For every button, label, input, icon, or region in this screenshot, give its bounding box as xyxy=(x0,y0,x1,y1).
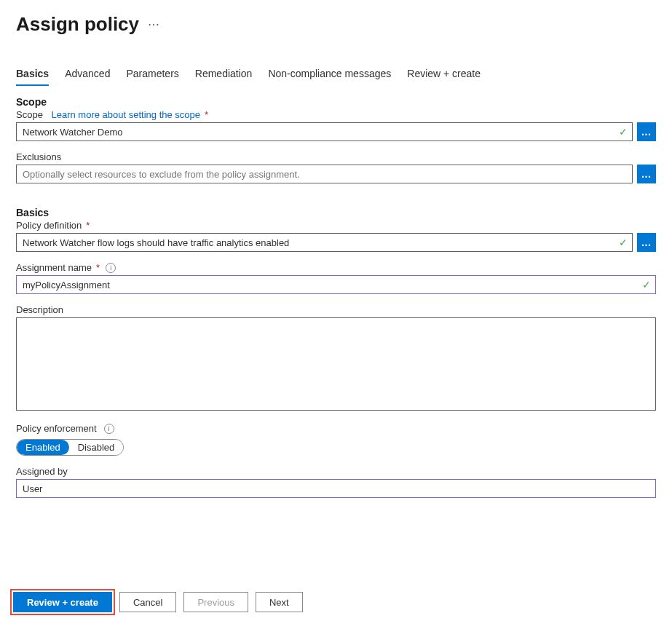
tab-parameters[interactable]: Parameters xyxy=(126,63,178,85)
policy-enforcement-label: Policy enforcement xyxy=(16,423,97,434)
info-icon[interactable]: i xyxy=(104,424,114,434)
cancel-button[interactable]: Cancel xyxy=(119,592,176,612)
required-star-icon: * xyxy=(96,262,100,273)
info-icon[interactable]: i xyxy=(106,263,116,273)
exclusions-picker-button[interactable]: … xyxy=(637,165,656,183)
enforcement-toggle: Enabled Disabled xyxy=(16,439,124,456)
previous-button[interactable]: Previous xyxy=(183,592,248,612)
scope-learn-link[interactable]: Learn more about setting the scope xyxy=(52,109,201,120)
page-title: Assign policy xyxy=(16,13,139,36)
policy-definition-label: Policy definition xyxy=(16,220,82,231)
assigned-by-label: Assigned by xyxy=(16,466,68,477)
tab-review-create[interactable]: Review + create xyxy=(407,63,481,85)
policy-definition-input[interactable] xyxy=(16,233,633,252)
scope-picker-button[interactable]: … xyxy=(637,122,656,141)
enforcement-enabled-button[interactable]: Enabled xyxy=(17,440,69,455)
description-textarea[interactable] xyxy=(16,317,656,411)
section-heading-scope: Scope xyxy=(16,96,656,108)
tab-non-compliance-messages[interactable]: Non-compliance messages xyxy=(268,63,391,85)
required-star-icon: * xyxy=(205,109,208,120)
tab-basics[interactable]: Basics xyxy=(16,63,49,85)
scope-input[interactable] xyxy=(16,122,633,141)
review-create-button[interactable]: Review + create xyxy=(13,592,112,612)
exclusions-input[interactable] xyxy=(16,165,633,183)
exclusions-label: Exclusions xyxy=(16,151,61,162)
tab-advanced[interactable]: Advanced xyxy=(65,63,110,85)
next-button[interactable]: Next xyxy=(256,592,303,612)
tab-remediation[interactable]: Remediation xyxy=(195,63,253,85)
required-star-icon: * xyxy=(86,220,90,231)
assignment-name-input[interactable] xyxy=(16,275,656,294)
more-icon[interactable]: ⋯ xyxy=(148,17,159,31)
bottom-bar: Review + create Cancel Previous Next xyxy=(13,592,303,612)
scope-label: Scope xyxy=(16,109,43,120)
assignment-name-label: Assignment name xyxy=(16,262,92,273)
description-label: Description xyxy=(16,304,63,315)
assigned-by-input[interactable] xyxy=(16,479,656,498)
policy-definition-picker-button[interactable]: … xyxy=(637,233,656,252)
enforcement-disabled-button[interactable]: Disabled xyxy=(69,440,124,455)
tabs: Basics Advanced Parameters Remediation N… xyxy=(0,63,672,86)
section-heading-basics: Basics xyxy=(16,207,656,218)
